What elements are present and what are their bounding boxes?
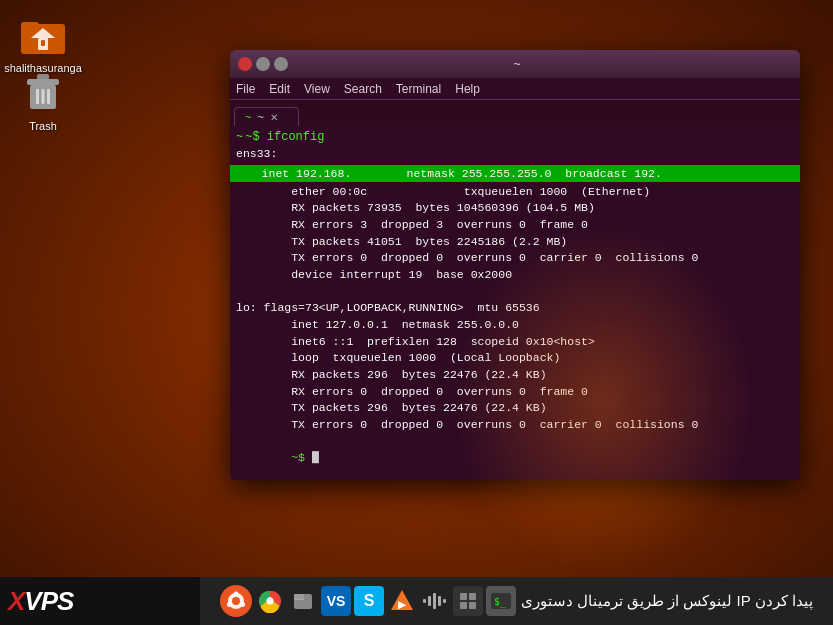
terminal-menubar: File Edit View Search Terminal Help [230,78,800,100]
terminal-window: ~ File Edit View Search Terminal Help ~ … [230,50,800,480]
svg-point-19 [267,598,274,605]
output-tx4: TX errors 0 dropped 0 overruns 0 carrier… [236,417,794,434]
prompt-line: ~~$ ifconfig [236,130,794,144]
menu-help[interactable]: Help [455,82,480,96]
svg-point-13 [232,597,240,605]
app-icons: VS S ▶ [220,585,516,617]
output-blank [236,284,794,301]
svg-rect-32 [460,602,467,609]
output-ether: ether 00:0c txqueuelen 1000 (Ethernet) [236,184,794,201]
output-tx3: TX packets 296 bytes 22476 (22.4 KB) [236,400,794,417]
menu-edit[interactable]: Edit [269,82,290,96]
window-controls [238,57,288,71]
svg-text:$_: $_ [494,596,507,608]
desktop-icon-home[interactable]: shalithasuranga [8,10,78,74]
svg-rect-11 [47,89,50,104]
terminal-taskbar-icon[interactable]: $_ [486,586,516,616]
taskbar-app-area: XVPS [0,577,200,625]
ens33-header: ens33: [236,146,794,163]
trash-icon-label: Trash [29,120,57,132]
terminal-content[interactable]: ~~$ ifconfig ens33: inet 192.168. netmas… [230,126,800,480]
svg-rect-7 [27,79,59,85]
svg-rect-2 [21,22,39,30]
maximize-button[interactable] [274,57,288,71]
ubuntu-menu-icon[interactable] [220,585,252,617]
svg-text:▶: ▶ [398,599,407,610]
svg-rect-30 [460,593,467,600]
taskbar-caption-area: VS S ▶ [200,577,833,625]
trash-icon [19,68,67,116]
svg-rect-5 [41,40,45,46]
terminal-tab[interactable]: ~ ~ ✕ [234,107,299,126]
output-device: device interrupt 19 base 0x2000 [236,267,794,284]
output-rx2: RX errors 3 dropped 3 overruns 0 frame 0 [236,217,794,234]
svg-rect-27 [433,593,436,609]
skype-taskbar-icon[interactable]: S [354,586,384,616]
minimize-button[interactable] [256,57,270,71]
xvps-text: XVPS [8,586,73,617]
highlight-ip-line: inet 192.168. netmask 255.255.255.0 broa… [230,165,800,182]
output-inet: inet 127.0.0.1 netmask 255.0.0.0 [236,317,794,334]
menu-search[interactable]: Search [344,82,382,96]
close-button[interactable] [238,57,252,71]
svg-point-16 [227,602,232,607]
audio-taskbar-icon[interactable] [420,586,450,616]
output-rx1: RX packets 73935 bytes 104560396 (104.5 … [236,200,794,217]
menu-file[interactable]: File [236,82,255,96]
vlc-taskbar-icon[interactable]: ▶ [387,586,417,616]
output-rx3: RX packets 296 bytes 22476 (22.4 KB) [236,367,794,384]
svg-rect-26 [428,596,431,606]
files-taskbar-icon[interactable] [288,586,318,616]
desktop-icon-trash[interactable]: Trash [8,68,78,132]
vscode-taskbar-icon[interactable]: VS [321,586,351,616]
desktop: shalithasuranga Trash [0,0,833,625]
menu-terminal[interactable]: Terminal [396,82,441,96]
svg-rect-29 [443,599,446,603]
output-tx1: TX packets 41051 bytes 2245186 (2.2 MB) [236,234,794,251]
output-rx4: RX errors 0 dropped 0 overruns 0 frame 0 [236,384,794,401]
svg-rect-9 [36,89,39,104]
caption-text: پیدا کردن IP لینوکس از طریق ترمینال دستو… [521,592,813,610]
terminal-titlebar: ~ [230,50,800,78]
output-loop: loop txqueuelen 1000 (Local Loopback) [236,350,794,367]
svg-rect-22 [294,594,304,599]
svg-point-15 [240,602,245,607]
svg-point-14 [234,592,239,597]
svg-rect-10 [42,89,45,104]
svg-rect-33 [469,602,476,609]
lo-header: lo: flags=73<UP,LOOPBACK,RUNNING> mtu 65… [236,300,794,317]
output-tx2: TX errors 0 dropped 0 overruns 0 carrier… [236,250,794,267]
terminal-tabbar: ~ ~ ✕ [230,100,800,126]
taskbar: XVPS XVPS XVPS [0,577,833,625]
home-folder-icon [19,10,67,58]
chrome-taskbar-icon[interactable] [255,586,285,616]
svg-rect-28 [438,596,441,606]
terminal-title: ~ [288,57,746,71]
svg-rect-31 [469,593,476,600]
unity-taskbar-icon[interactable] [453,586,483,616]
output-inet6: inet6 ::1 prefixlen 128 scopeid 0x10<hos… [236,334,794,351]
menu-view[interactable]: View [304,82,330,96]
svg-rect-25 [423,599,426,603]
prompt2-line: ~$ █ [236,434,794,480]
